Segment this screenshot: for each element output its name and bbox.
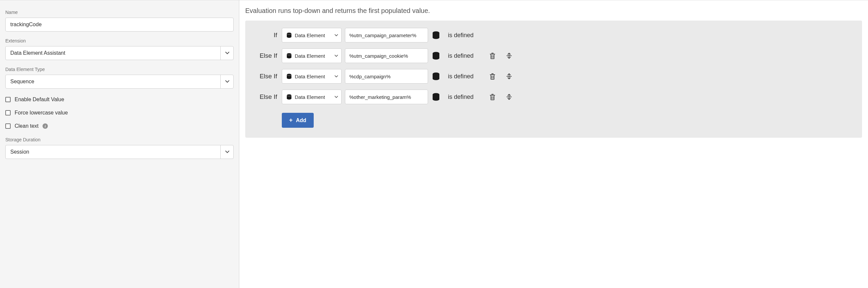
plus-icon: + <box>289 117 293 124</box>
type-select[interactable]: Sequence <box>5 75 234 88</box>
rule-source-label: Data Element <box>295 74 332 79</box>
clean-text-checkbox[interactable] <box>5 123 11 129</box>
rule-row: Else If Data Element %utm_campaign_cooki… <box>255 48 852 63</box>
rule-source-label: Data Element <box>295 53 332 59</box>
rule-source-label: Data Element <box>295 33 332 38</box>
rule-keyword: Else If <box>255 52 278 60</box>
rule-source-select[interactable]: Data Element <box>282 48 342 63</box>
rule-value-input[interactable]: %other_marketing_param% <box>345 89 428 104</box>
database-picker-icon[interactable] <box>431 72 441 81</box>
force-lowercase-checkbox[interactable] <box>5 110 11 115</box>
rule-source-select[interactable]: Data Element <box>282 89 342 104</box>
rule-source-select[interactable]: Data Element <box>282 69 342 84</box>
reorder-rule-handle[interactable] <box>504 51 514 60</box>
delete-rule-button[interactable] <box>488 51 497 60</box>
add-label: Add <box>296 117 306 123</box>
type-value: Sequence <box>10 79 34 84</box>
type-label: Data Element Type <box>5 67 234 72</box>
chevron-down-icon <box>335 34 338 36</box>
rule-row: Else If Data Element %other_marketing_pa… <box>255 89 852 104</box>
storage-field-group: Storage Duration Session <box>5 137 234 159</box>
rule-value-input[interactable]: %utm_campaign_parameter% <box>345 28 428 42</box>
name-label: Name <box>5 10 234 15</box>
extension-label: Extension <box>5 38 234 43</box>
rule-value-input[interactable]: %utm_campaign_cookie% <box>345 48 428 63</box>
delete-rule-button[interactable] <box>488 72 497 81</box>
name-field-group: Name <box>5 10 234 32</box>
rule-keyword: Else If <box>255 93 278 101</box>
database-icon <box>286 94 292 100</box>
storage-select[interactable]: Session <box>5 145 234 159</box>
name-input[interactable] <box>5 17 234 32</box>
force-lowercase-label: Force lowercase value <box>14 110 68 116</box>
rule-condition: is defined <box>448 94 485 101</box>
add-button[interactable]: + Add <box>282 113 314 128</box>
clean-text-label: Clean text <box>14 123 38 129</box>
database-picker-icon[interactable] <box>431 31 441 40</box>
extension-field-group: Extension Data Element Assistant <box>5 38 234 60</box>
delete-rule-button[interactable] <box>488 92 497 102</box>
rules-container: If Data Element %utm_campaign_parameter%… <box>245 21 862 138</box>
storage-label: Storage Duration <box>5 137 234 142</box>
rule-condition: is defined <box>448 52 485 60</box>
force-lowercase-row[interactable]: Force lowercase value <box>5 108 234 117</box>
chevron-down-icon <box>335 96 338 98</box>
enable-default-label: Enable Default Value <box>14 97 64 103</box>
info-icon[interactable]: i <box>42 123 48 129</box>
evaluation-heading: Evaluation runs top-down and returns the… <box>245 7 862 14</box>
type-field-group: Data Element Type Sequence <box>5 67 234 88</box>
rule-row: If Data Element %utm_campaign_parameter%… <box>255 28 852 42</box>
right-panel: Evaluation runs top-down and returns the… <box>239 0 868 288</box>
chevron-down-icon <box>335 75 338 78</box>
enable-default-row[interactable]: Enable Default Value <box>5 95 234 104</box>
rule-source-select[interactable]: Data Element <box>282 28 342 42</box>
database-icon <box>286 32 292 38</box>
database-picker-icon[interactable] <box>431 92 441 102</box>
checkbox-group: Enable Default Value Force lowercase val… <box>5 95 234 131</box>
rule-keyword: If <box>255 32 278 39</box>
database-icon <box>286 73 292 79</box>
database-picker-icon[interactable] <box>431 51 441 60</box>
extension-select[interactable]: Data Element Assistant <box>5 46 234 60</box>
rule-value-input[interactable]: %cdp_campaign% <box>345 69 428 84</box>
chevron-down-icon <box>335 55 338 57</box>
rule-condition: is defined <box>448 32 485 39</box>
database-icon <box>286 53 292 59</box>
rule-keyword: Else If <box>255 73 278 80</box>
reorder-rule-handle[interactable] <box>504 72 514 81</box>
extension-value: Data Element Assistant <box>10 50 65 56</box>
rule-condition: is defined <box>448 73 485 80</box>
clean-text-row[interactable]: Clean text i <box>5 122 234 131</box>
rule-source-label: Data Element <box>295 94 332 100</box>
enable-default-checkbox[interactable] <box>5 97 11 102</box>
left-panel: Name Extension Data Element Assistant Da… <box>0 0 239 288</box>
reorder-rule-handle[interactable] <box>504 92 514 102</box>
storage-value: Session <box>10 149 29 155</box>
rule-row: Else If Data Element %cdp_campaign% is d… <box>255 69 852 84</box>
